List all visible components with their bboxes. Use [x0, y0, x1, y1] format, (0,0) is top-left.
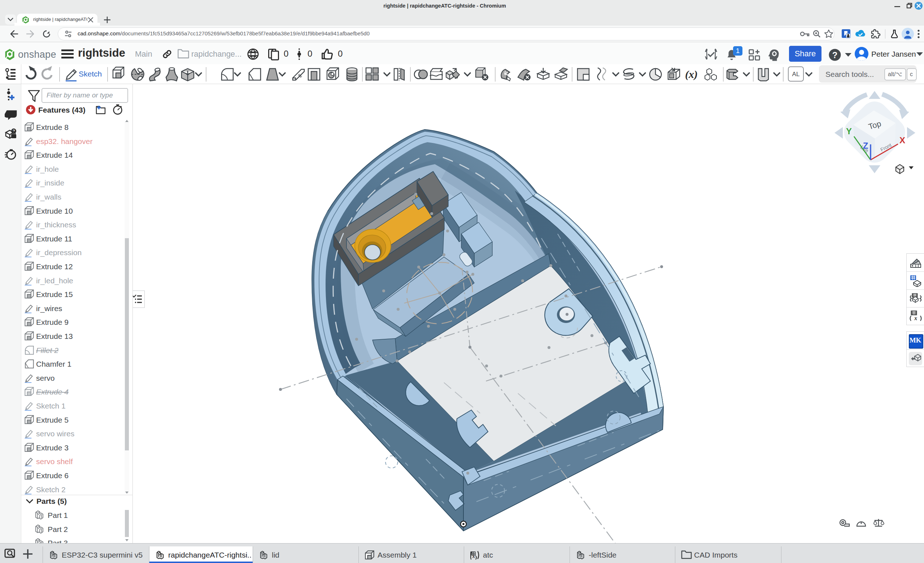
svg-text:X: X [900, 135, 905, 145]
svg-text:alt/⌥: alt/⌥ [888, 71, 902, 77]
svg-text:AL: AL [792, 71, 800, 78]
svg-text:Sketch: Sketch [79, 70, 102, 78]
svg-text:Search tools...: Search tools... [825, 70, 874, 78]
svg-text:x: x [472, 554, 475, 559]
svg-text:?: ? [832, 50, 838, 60]
svg-text:c: c [910, 71, 913, 77]
svg-text:Y: Y [846, 126, 852, 136]
svg-text:x: x [914, 315, 917, 321]
svg-text:(x): (x) [685, 68, 698, 81]
svg-text:Z: Z [863, 141, 868, 150]
